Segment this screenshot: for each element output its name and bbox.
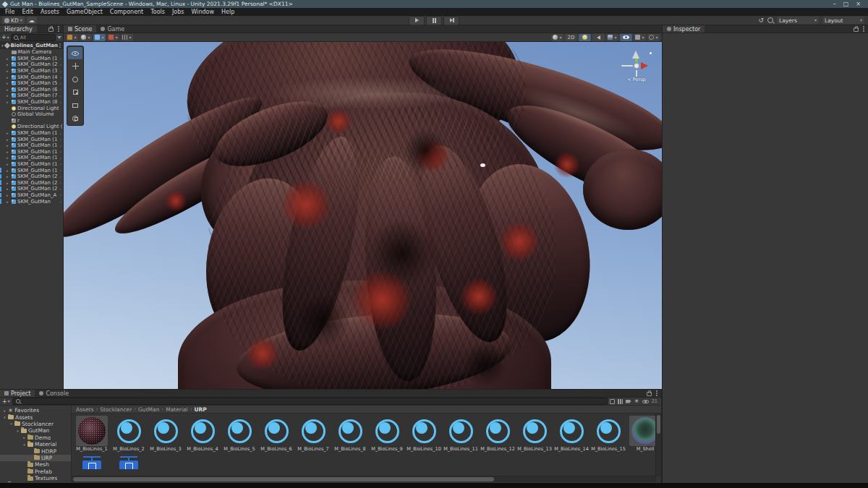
asset-m_biolines_15[interactable]: M_BioLines_15 [590,416,626,452]
hierarchy-row[interactable]: ▸SKM_GutMan (1› [0,167,63,174]
play-button[interactable] [409,16,425,25]
expander-icon[interactable]: ▸ [7,155,10,160]
expander-icon[interactable]: ▸ [7,181,10,185]
expander-icon[interactable]: ▾ [1,43,4,48]
prefab-arrow-icon[interactable]: › [60,137,63,142]
gizmo-center[interactable] [634,63,639,69]
transform-tool-button[interactable] [68,112,82,124]
search-by-label-icon[interactable] [618,399,623,404]
cloud-button[interactable]: ☁ [27,17,37,24]
layout-dropdown[interactable]: Layout ▾ [822,17,864,24]
asset-item[interactable] [74,453,110,469]
pause-button[interactable] [426,16,442,25]
breadcrumb-assets[interactable]: Assets [76,406,93,413]
search-icon[interactable] [767,17,773,23]
step-button[interactable] [443,16,459,25]
rotate-tool-button[interactable] [68,73,82,85]
hierarchy-row[interactable]: Directional Light [0,105,63,111]
view-2d-button[interactable]: 2D [565,34,577,41]
hierarchy-row[interactable]: ▸SKM_GutMan (4› [0,74,63,80]
prefab-arrow-icon[interactable]: › [60,192,63,197]
prefab-arrow-icon[interactable]: › [60,155,63,160]
tree-item-favorites[interactable]: ▸Favorites [0,407,71,414]
orientation-gizmo[interactable]: < Persp [620,49,653,82]
prefab-arrow-icon[interactable]: › [60,149,63,154]
expander-icon[interactable]: ▸ [7,143,10,147]
maximize-button[interactable]: □ [843,1,849,7]
expander-icon[interactable]: ▸ [7,162,10,166]
hierarchy-row[interactable]: ▸SKM_GutMan› [0,198,63,205]
label-icon[interactable] [626,400,631,403]
minimize-button[interactable]: – [833,1,836,7]
hidden-packages-icon[interactable] [642,400,649,403]
lock-icon[interactable] [48,27,54,32]
account-button[interactable]: KD ▾ [2,17,25,24]
expander-icon[interactable]: ▸ [7,56,10,61]
menu-edit[interactable]: Edit [18,9,37,15]
expander-icon[interactable]: ▾ [9,421,13,426]
scrollbar-thumb[interactable] [657,415,660,434]
hierarchy-row[interactable]: ▸SKM_GutMan (1› [0,149,63,155]
menu-component[interactable]: Component [106,9,147,15]
menu-gameobject[interactable]: GameObject [63,9,106,15]
view-tool-button[interactable] [68,47,82,59]
hierarchy-row[interactable]: ▸SKM_GutMan (3› [0,68,63,74]
asset-item[interactable] [111,453,147,469]
breadcrumb-material[interactable]: Material [166,406,187,413]
hierarchy-row[interactable]: ▸SKM_GutMan (2› [0,174,63,180]
expander-icon[interactable]: ▸ [7,150,10,154]
tree-item-prefab[interactable]: Prefab [0,468,71,475]
scene-viewport[interactable]: < Persp [64,42,662,389]
asset-m_biolines_14[interactable]: M_BioLines_14 [553,416,590,452]
prefab-arrow-icon[interactable]: › [60,143,63,148]
asset-m_biolines_10[interactable]: M_BioLines_10 [406,416,442,452]
tab-scene[interactable]: Scene [64,25,96,33]
breadcrumb-stocklancer[interactable]: Stocklancer [100,406,132,413]
expander-icon[interactable]: ▸ [7,168,10,173]
hierarchy-row[interactable]: ▸SKM_GutMan (8› [0,99,63,106]
menu-jobs[interactable]: Jobs [169,9,188,15]
hierarchy-row[interactable]: ▸SKM_GutMan (7› [0,93,63,99]
lock-icon[interactable] [854,27,859,32]
tree-item-demo[interactable]: ▸Demo [0,435,71,441]
scrollbar-thumb[interactable] [73,477,494,481]
scene-visibility-button[interactable] [620,34,632,41]
rotation-snap-button[interactable]: ▾ [107,34,119,41]
undo-history-icon[interactable]: ↺ [758,17,764,24]
tab-game[interactable]: Game [96,25,129,33]
tree-item-stocklancer[interactable]: ▾Stocklancer [0,421,71,427]
kebab-menu-icon[interactable] [656,393,658,394]
asset-m_biolines_3[interactable]: M_BioLines_3 [148,416,184,452]
tree-item-textures[interactable]: Textures [0,475,71,481]
horizontal-scrollbar[interactable] [72,476,656,482]
hierarchy-row[interactable]: ▸SKM_GutMan (1› [0,142,63,149]
hierarchy-row[interactable]: Main Camera [0,49,63,56]
tree-item-mesh[interactable]: Mesh [0,461,71,468]
breadcrumb-gutman[interactable]: GutMan [138,406,159,413]
prefab-arrow-icon[interactable]: › [60,56,63,61]
audio-button[interactable] [592,34,605,41]
tree-item-assets[interactable]: ▾Assets [0,414,71,420]
tool-settings-button[interactable]: ▾ [66,34,78,41]
expander-icon[interactable]: ▸ [7,81,10,85]
expander-icon[interactable]: ▸ [7,87,10,92]
expander-icon[interactable]: ▸ [7,200,10,204]
project-search-input[interactable] [12,398,608,405]
grid-visual-button[interactable]: ▾ [80,34,92,41]
prefab-arrow-icon[interactable]: › [60,81,63,86]
expander-icon[interactable]: ▸ [7,62,10,67]
create-menu-button[interactable]: + ▾ [1,34,9,40]
prefab-arrow-icon[interactable]: › [60,131,63,136]
expander-icon[interactable]: ▾ [16,429,20,433]
hierarchy-row[interactable]: ▸SKM_GutMan (5› [0,80,63,87]
prefab-arrow-icon[interactable]: › [60,62,63,67]
kebab-menu-icon[interactable] [58,28,59,30]
hierarchy-row[interactable]: ▸SKM_GutMan (2› [0,186,63,192]
expander-icon[interactable]: ▸ [7,69,10,73]
prefab-arrow-icon[interactable]: › [60,174,63,179]
prefab-arrow-icon[interactable]: › [60,87,63,92]
vertical-scrollbar[interactable] [655,414,661,476]
tab-hierarchy[interactable]: Hierarchy [0,25,37,33]
expander-icon[interactable]: ▸ [7,187,10,191]
asset-m_biolines_1[interactable]: M_BioLines_1 [74,416,110,452]
